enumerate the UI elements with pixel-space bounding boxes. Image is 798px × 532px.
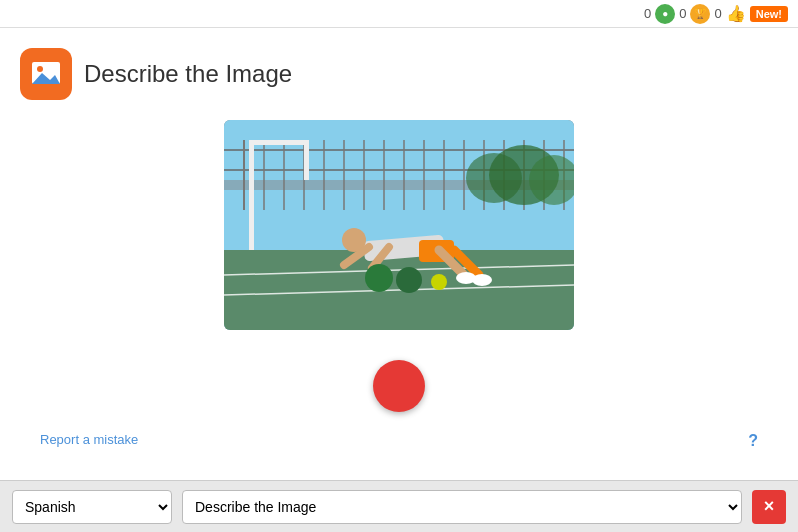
exercise-title: Describe the Image <box>84 60 292 88</box>
main-content: Describe the Image <box>0 28 798 480</box>
help-link[interactable]: ? <box>748 432 758 450</box>
trophy-icon: 🏆 <box>690 4 710 24</box>
top-bar: 0 ● 0 🏆 0 👍 New! <box>0 0 798 28</box>
svg-point-43 <box>396 267 422 293</box>
green-circle-icon: ● <box>655 4 675 24</box>
exercise-logo <box>20 48 72 100</box>
svg-point-32 <box>466 153 522 203</box>
svg-rect-24 <box>249 140 254 260</box>
image-icon <box>30 58 62 90</box>
close-button[interactable]: × <box>752 490 786 524</box>
svg-point-41 <box>472 274 492 286</box>
new-badge: New! <box>750 6 788 22</box>
score3-value: 0 <box>714 6 721 21</box>
svg-point-1 <box>37 66 43 72</box>
thumb-icon: 👍 <box>726 4 746 23</box>
exercise-header: Describe the Image <box>20 48 292 100</box>
score2-value: 0 <box>679 6 686 21</box>
language-select[interactable]: Spanish English French German <box>12 490 172 524</box>
exercise-image <box>224 120 574 330</box>
score1-value: 0 <box>644 6 651 21</box>
bottom-links: Report a mistake ? <box>20 432 778 450</box>
svg-point-44 <box>431 274 447 290</box>
record-button[interactable] <box>373 360 425 412</box>
close-icon: × <box>764 496 775 517</box>
svg-rect-25 <box>249 140 309 145</box>
exercise-image-container <box>224 120 574 330</box>
report-mistake-link[interactable]: Report a mistake <box>40 432 138 450</box>
exercise-select[interactable]: Describe the Image Translate Listen Spea… <box>182 490 742 524</box>
svg-rect-26 <box>304 140 309 180</box>
svg-point-42 <box>365 264 393 292</box>
bottom-bar: Spanish English French German Describe t… <box>0 480 798 532</box>
score-group: 0 ● 0 🏆 0 👍 New! <box>644 4 788 24</box>
